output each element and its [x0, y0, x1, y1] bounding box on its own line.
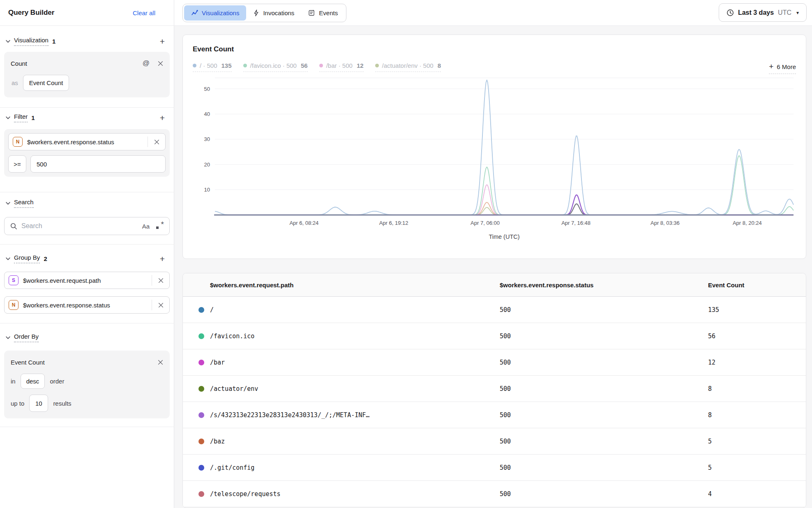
legend-item[interactable]: /actuator/env · 500 8 [375, 62, 441, 72]
legend-more-button[interactable]: + 6 More [769, 62, 796, 74]
cell-response-status: 500 [500, 428, 511, 455]
add-filter-button[interactable]: + [160, 113, 165, 122]
group-by-section-label[interactable]: Group By [14, 254, 40, 263]
remove-group-by-icon[interactable] [152, 297, 169, 313]
limit-input[interactable]: 10 [29, 395, 48, 412]
order-by-section-label[interactable]: Order By [14, 333, 39, 342]
group-by-field-name: $workers.event.response.status [23, 302, 110, 309]
svg-text:Apr 6, 19:12: Apr 6, 19:12 [379, 220, 408, 226]
series-color-dot [193, 64, 196, 67]
remove-order-by-icon[interactable] [158, 360, 163, 365]
series-color-dot [375, 64, 379, 67]
filter-field-row[interactable]: N $workers.event.response.status [8, 133, 166, 150]
series-color-dot [198, 333, 204, 339]
field-type-icon: N [9, 300, 18, 310]
table-row[interactable]: /bar 500 12 [183, 349, 806, 376]
cell-request-path: /.git/config [210, 455, 254, 481]
table-row[interactable]: /actuator/env 500 8 [183, 376, 806, 402]
cell-response-status: 500 [500, 376, 511, 402]
cell-response-status: 500 [500, 297, 511, 323]
chevron-down-icon[interactable] [5, 256, 11, 261]
svg-text:40: 40 [204, 111, 210, 117]
tab-visualizations[interactable]: Visualizations [184, 5, 246, 21]
add-group-by-button[interactable]: + [160, 254, 165, 263]
tab-invocations[interactable]: Invocations [246, 5, 301, 21]
line-chart-icon [191, 9, 198, 16]
event-note-icon [308, 9, 315, 16]
svg-text:50: 50 [204, 86, 210, 92]
search-icon [10, 223, 17, 230]
view-tabs: Visualizations Invocations Events [182, 4, 346, 22]
visualization-card: Count @ as Event Count [4, 52, 170, 97]
svg-text:30: 30 [204, 136, 210, 142]
legend-item[interactable]: / · 500 135 [193, 62, 232, 72]
section-divider [0, 244, 174, 245]
table-row[interactable]: /.git/config 500 5 [183, 455, 806, 481]
filter-card: N $workers.event.response.status >= [4, 129, 170, 177]
plus-icon: + [769, 62, 773, 71]
visualization-section-label[interactable]: Visualization [14, 37, 48, 46]
filter-count: 1 [31, 114, 35, 121]
visualization-section-header: Visualization 1 + [0, 35, 174, 47]
query-builder-sidebar: Query Builder Clear all Visualization 1 … [0, 0, 174, 508]
group-by-field-name: $workers.event.request.path [23, 277, 101, 284]
topbar: Visualizations Invocations Events Last 3… [174, 0, 812, 26]
chevron-down-icon[interactable] [5, 115, 11, 120]
chart-legend: / · 500 135 /favicon.ico · 500 56 /bar ·… [193, 62, 796, 74]
tab-events[interactable]: Events [301, 5, 345, 21]
visualization-alias-field[interactable]: Event Count [23, 75, 69, 91]
order-by-field: Event Count [11, 359, 45, 366]
cell-event-count: 12 [708, 349, 715, 376]
sidebar-header: Query Builder Clear all [0, 0, 174, 26]
at-icon[interactable]: @ [143, 59, 150, 67]
remove-filter-icon[interactable] [148, 134, 165, 150]
up-to-label: up to [11, 400, 24, 407]
time-range-selector[interactable]: Last 3 days UTC ▾ [719, 3, 807, 22]
svg-text:Apr 7, 06:00: Apr 7, 06:00 [471, 220, 500, 226]
cell-request-path: / [210, 297, 214, 323]
clear-all-button[interactable]: Clear all [133, 9, 155, 16]
cell-event-count: 4 [708, 481, 712, 507]
filter-section-label[interactable]: Filter [14, 113, 28, 122]
section-divider [0, 192, 174, 192]
cell-event-count: 8 [708, 376, 712, 402]
legend-label: / · 500 [200, 62, 217, 69]
series-color-dot [198, 491, 204, 497]
regex-icon[interactable]: * [156, 222, 164, 230]
legend-item[interactable]: /bar · 500 12 [319, 62, 364, 72]
filter-value-input[interactable] [30, 155, 166, 173]
table-row[interactable]: /s/432313e22313e28313e2430313/_/;/META-I… [183, 402, 806, 428]
chevron-down-icon[interactable] [5, 38, 11, 44]
add-visualization-button[interactable]: + [160, 37, 165, 46]
results-label: results [53, 400, 71, 407]
group-by-field-row[interactable]: S $workers.event.request.path [4, 272, 170, 289]
chevron-down-icon[interactable] [5, 200, 11, 206]
group-by-section-header: Group By 2 + [0, 253, 174, 264]
table-row[interactable]: / 500 135 [183, 297, 806, 323]
filter-operator-select[interactable]: >= [8, 155, 26, 173]
as-label: as [12, 79, 18, 86]
event-count-chart-card: Event Count / · 500 135 /favicon.ico · 5… [182, 35, 806, 259]
group-by-field-row[interactable]: N $workers.event.response.status [4, 296, 170, 314]
chevron-down-icon[interactable] [5, 335, 11, 340]
cell-request-path: /baz [210, 428, 225, 455]
table-row[interactable]: /telescope/requests 500 4 [183, 481, 806, 507]
case-sensitive-icon[interactable]: Aa [142, 223, 150, 230]
remove-visualization-icon[interactable] [158, 61, 163, 66]
table-row[interactable]: /baz 500 5 [183, 428, 806, 455]
number-type-icon: N [13, 137, 23, 147]
order-by-card: Event Count in desc order up to 10 resul… [4, 351, 170, 418]
order-direction-select[interactable]: desc [21, 374, 45, 389]
remove-group-by-icon[interactable] [152, 272, 169, 289]
svg-text:10: 10 [204, 187, 210, 193]
cell-event-count: 5 [708, 428, 712, 455]
search-section-label[interactable]: Search [14, 199, 34, 208]
table-row[interactable]: /favicon.ico 500 56 [183, 323, 806, 349]
event-count-chart: 1020304050Apr 6, 08:24Apr 6, 19:12Apr 7,… [193, 78, 797, 242]
cell-request-path: /telescope/requests [210, 481, 281, 507]
search-input[interactable] [21, 222, 142, 230]
section-divider [0, 107, 174, 108]
chart-plot-area[interactable]: 1020304050Apr 6, 08:24Apr 6, 19:12Apr 7,… [193, 78, 796, 244]
legend-item[interactable]: /favicon.ico · 500 56 [243, 62, 308, 72]
cell-request-path: /s/432313e22313e28313e2430313/_/;/META-I… [210, 402, 369, 428]
